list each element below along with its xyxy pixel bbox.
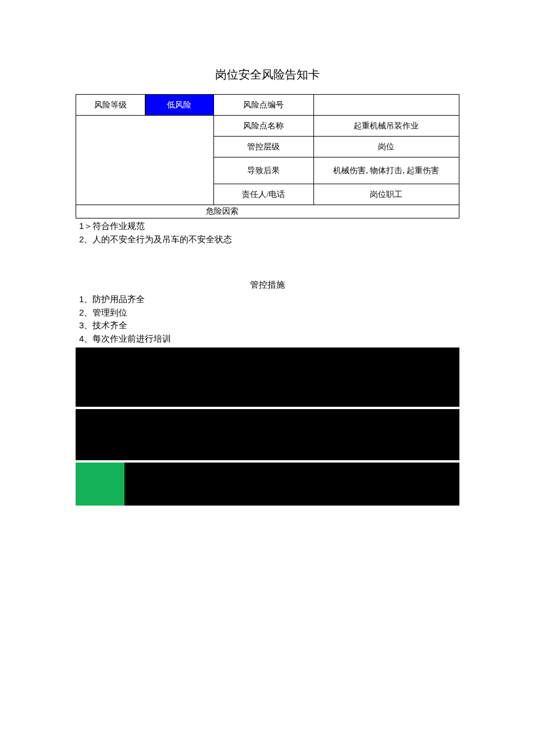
color-bar-row [76,463,459,506]
responsible-value: 岗位职工 [313,184,459,205]
table-row: 风险点名称 起重机械吊装作业 [76,116,459,137]
list-item: 2、人的不安全行为及吊车的不安全状态 [79,233,459,246]
risk-point-name-label: 风险点名称 [214,116,313,137]
responsible-label: 责任人/电话 [214,184,313,205]
list-item: 2、管理到位 [79,306,459,320]
redacted-block [76,347,459,506]
risk-level-value: 低风险 [145,95,214,116]
black-bar [124,463,459,506]
risk-info-table: 风险等级 低风险 风险点编号 风险点名称 起重机械吊装作业 管控层级 岗位 导致… [76,94,459,218]
page-title: 岗位安全风险告知卡 [76,67,459,83]
empty-merged-cell [76,116,214,205]
risk-point-no-value [313,95,459,116]
control-measures-heading: 管控措施 [76,280,459,291]
control-level-value: 岗位 [313,137,459,157]
list-item: 3、技术齐全 [79,319,459,332]
consequence-value: 机械伤害, 物体打击, 起重伤害 [313,157,459,184]
risk-point-no-label: 风险点编号 [214,95,313,116]
black-bar [76,409,459,460]
table-row: 危 险因索 [76,205,459,218]
list-item: 1＞符合作业规范 [79,220,459,233]
black-bar [76,347,459,407]
risk-point-name-value: 起重机械吊装作业 [313,116,459,137]
risk-level-label: 风险等级 [76,95,145,116]
danger-factor-left: 危 [76,205,214,218]
list-item: 4、每次作业前进行培训 [79,332,459,346]
green-square [76,463,124,506]
consequence-label: 导致后果 [214,157,313,184]
control-measures-list: 1、防护用品齐全 2、管理到位 3、技术齐全 4、每次作业前进行培训 [76,293,459,345]
risk-factors-list: 1＞符合作业规范 2、人的不安全行为及吊车的不安全状态 [76,220,459,246]
table-row: 风险等级 低风险 风险点编号 [76,95,459,116]
list-item: 1、防护用品齐全 [79,293,459,306]
control-level-label: 管控层级 [214,137,313,157]
danger-factor-right: 险因索 [214,205,459,218]
